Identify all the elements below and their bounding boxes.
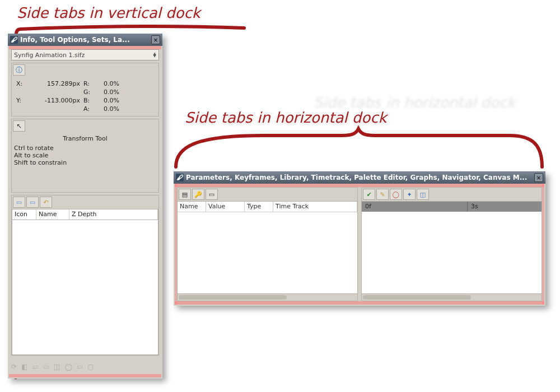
horizontal-scrollbar[interactable] [362,293,542,301]
undo-icon[interactable]: ↶ [40,197,52,208]
highlight-right [542,184,544,305]
info-tab[interactable]: ⓘ [13,64,25,76]
vertical-dock-titlebar[interactable]: 🖌 Info, Tool Options, Sets, La... × [8,34,162,46]
bottom-icon-3[interactable]: ▭ [32,363,38,371]
info-grid: X: 157.289px R: 0.0% G: 0.0% Y: -113.000… [12,77,158,116]
bottom-icon-5[interactable]: ◫ [54,363,60,371]
time-mark: 3s [467,202,508,212]
timetrack-btn-3[interactable]: ◯ [390,189,402,200]
tool-options-body: Transform Tool Ctrl to rotate Alt to sca… [12,133,158,192]
bottom-icon-4[interactable]: ▭ [43,363,49,371]
app-icon: 🖌 [10,36,18,44]
bottom-icon-2[interactable]: ◧ [21,363,27,371]
y-value: -113.000px [33,97,83,104]
stepper-icon[interactable]: ▲▼ [153,53,156,57]
col-icon[interactable]: Icon [12,209,36,220]
file-selector-value: Synfig Animation 1.sifz [14,52,85,59]
layers-toolbar: ▭ ▭ ↶ [12,195,158,209]
vertical-dock: 🖌 Info, Tool Options, Sets, La... × Synf… [8,34,162,379]
file-selector[interactable]: Synfig Animation 1.sifz ▲▼ [11,49,159,60]
g-label: G: [83,88,95,96]
layers-panel: ▭ ▭ ↶ Icon Name Z Depth [11,195,159,356]
scrollbar-thumb[interactable] [363,295,471,300]
col-name[interactable]: Name [178,202,206,212]
app-icon: 🖌 [176,174,184,181]
horizontal-scrollbar[interactable] [178,293,357,301]
tool-title: Transform Tool [14,133,156,144]
b-label: B: [83,97,95,104]
timetrack-btn-2[interactable]: ✎ [376,189,389,200]
col-name[interactable]: Name [36,209,69,220]
parameters-header: Name Value Type Time Track [178,202,357,212]
annotation-horizontal-ghost: Side tabs in horizontal dock [314,94,516,111]
vertical-dock-body: Synfig Animation 1.sifz ▲▼ ⓘ X: 157.289p… [11,49,159,374]
x-value: 157.289px [33,80,83,87]
tool-hint-alt: Alt to scale [14,152,156,159]
layers-btn-1[interactable]: ▭ [13,197,25,208]
parameters-toolbar: ▤ 🔑 ▭ [178,188,357,202]
timetrack-toolbar: ✔ ✎ ◯ ✦ ◫ [362,188,542,202]
highlight-bottom [9,374,161,377]
r-label: R: [83,80,95,87]
time-start: 0f [362,202,385,212]
b-value: 0.0% [95,97,123,104]
horizontal-dock-title: Parameters, Keyframes, Library, Timetrac… [186,174,532,181]
horizontal-dock: 🖌 Parameters, Keyframes, Library, Timetr… [174,171,545,306]
layers-table-header: Icon Name Z Depth [12,209,158,220]
bottom-icon-1[interactable]: ⟳ [11,363,17,371]
tool-hint-shift: Shift to constrain [14,159,156,166]
close-icon[interactable]: × [151,35,160,44]
annotation-horizontal-brace [174,128,549,172]
transform-tool-tab[interactable]: ↖ [13,120,25,132]
tool-hint-ctrl: Ctrl to rotate [14,144,156,152]
timetrack-btn-5[interactable]: ◫ [417,189,429,200]
info-panel: ⓘ X: 157.289px R: 0.0% G: 0.0% Y: -113.0… [11,63,159,116]
bottom-icon-8[interactable]: ▢ [87,363,94,371]
layers-btn-2[interactable]: ▭ [26,197,39,208]
bottom-icon-7[interactable]: ▭ [77,363,83,371]
col-type[interactable]: Type [245,202,273,212]
parameters-body[interactable] [178,212,357,293]
r-value: 0.0% [95,80,123,87]
timeline-header[interactable]: 0f 3s [362,202,542,212]
horizontal-dock-titlebar[interactable]: 🖌 Parameters, Keyframes, Library, Timetr… [174,171,545,184]
scrollbar-thumb[interactable] [179,295,287,300]
bottom-icon-6[interactable]: ◯ [64,363,72,371]
dock-bottom-icons: ⟳ ◧ ▭ ▭ ◫ ◯ ▭ ▢ [11,362,159,372]
check-icon[interactable]: ✔ [363,189,375,200]
vertical-dock-title: Info, Tool Options, Sets, La... [20,36,149,44]
a-value: 0.0% [95,105,123,113]
layers-table-body[interactable] [12,220,158,355]
x-label: X: [16,80,33,87]
g-value: 0.0% [95,88,123,96]
timetrack-pane: ✔ ✎ ◯ ✦ ◫ 0f 3s [361,187,542,301]
col-timetrack[interactable]: Time Track [273,202,357,212]
highlight-bottom [175,301,544,305]
col-zdepth[interactable]: Z Depth [69,209,158,220]
a-label: A: [83,105,95,113]
params-btn-3[interactable]: ▭ [206,189,218,200]
annotation-vertical-dock: Side tabs in vertical dock [17,4,200,21]
timetrack-body[interactable] [362,212,542,293]
compass-icon[interactable]: ✦ [403,189,416,200]
key-icon[interactable]: 🔑 [192,189,204,200]
parameters-pane: ▤ 🔑 ▭ Name Value Type Time Track [177,187,358,301]
col-value[interactable]: Value [206,202,245,212]
annotation-horizontal-dock: Side tabs in horizontal dock [185,109,387,126]
tool-options-panel: ↖ Transform Tool Ctrl to rotate Alt to s… [11,119,159,193]
horizontal-dock-body: ▤ 🔑 ▭ Name Value Type Time Track ✔ ✎ ◯ ✦… [177,187,542,301]
params-btn-1[interactable]: ▤ [179,189,191,200]
close-icon[interactable]: × [534,173,543,182]
y-label: Y: [16,97,33,104]
